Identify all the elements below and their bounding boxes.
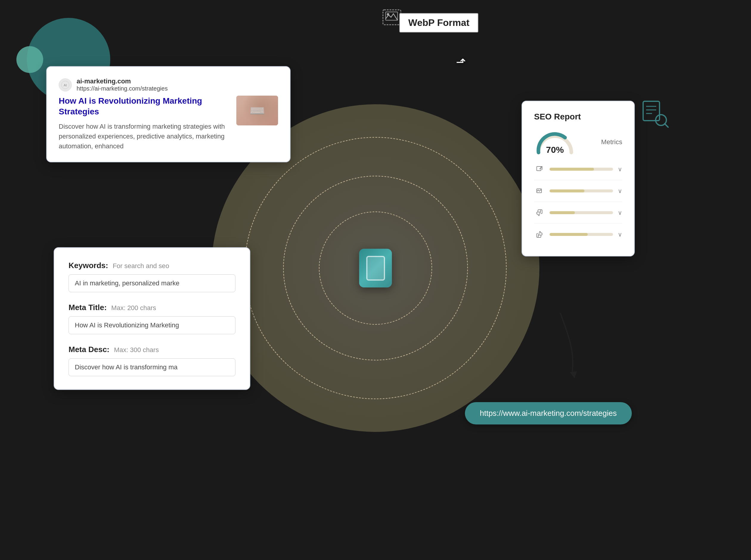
thumbs-up-icon xyxy=(534,229,545,240)
search-card-body: How AI is Revolutionizing Marketing Stra… xyxy=(59,96,278,151)
document-search-icon xyxy=(641,100,671,131)
seo-metric-row-1[interactable]: ∨ xyxy=(534,164,622,180)
keywords-sublabel-text: For search and seo xyxy=(113,262,169,269)
thumbs-down-icon xyxy=(534,207,545,218)
image-icon xyxy=(534,185,545,196)
meta-desc-input[interactable] xyxy=(68,358,235,376)
svg-marker-14 xyxy=(570,371,577,378)
chevron-down-icon-1[interactable]: ∨ xyxy=(618,166,622,173)
search-title: How AI is Revolutionizing Marketing Stra… xyxy=(59,96,229,117)
site-url: https://ai-marketing.com/strategies xyxy=(77,85,168,92)
chevron-down-icon-4[interactable]: ∨ xyxy=(618,231,622,238)
site-info: ai-marketing.com https://ai-marketing.co… xyxy=(77,77,168,92)
scene: WebP Format ⬏ AI ai-marketing.co xyxy=(0,0,751,560)
seo-title: SEO Report xyxy=(534,112,622,122)
seo-report-card: SEO Report 70% Metrics xyxy=(521,101,635,257)
site-favicon-icon: AI xyxy=(59,78,72,92)
metric-bar-fill-3 xyxy=(550,211,575,214)
seo-gauge-row: 70% Metrics xyxy=(534,129,622,156)
seo-gauge: 70% xyxy=(534,129,576,156)
webp-format-text: WebP Format xyxy=(408,17,469,28)
meta-desc-sublabel-text: Max: 300 chars xyxy=(114,346,159,354)
external-link-icon xyxy=(534,164,545,175)
meta-desc-label: Meta Desc: Max: 300 chars xyxy=(68,345,235,354)
svg-rect-3 xyxy=(643,101,659,121)
seo-metrics-label: Metrics xyxy=(601,138,622,146)
metric-bar-fill-2 xyxy=(550,189,585,193)
webp-format-label: WebP Format xyxy=(399,13,478,33)
seo-metric-row-4[interactable]: ∨ xyxy=(534,229,622,245)
metric-bar-3 xyxy=(550,211,613,214)
metric-bar-2 xyxy=(550,189,613,193)
chevron-down-icon-2[interactable]: ∨ xyxy=(618,187,622,195)
keywords-field-group: Keywords: For search and seo xyxy=(68,261,235,292)
svg-text:AI: AI xyxy=(64,83,67,87)
meta-desc-field-group: Meta Desc: Max: 300 chars xyxy=(68,345,235,376)
chevron-down-icon-3[interactable]: ∨ xyxy=(618,209,622,216)
center-page-icon xyxy=(359,249,392,287)
search-thumbnail: ⌨️ xyxy=(236,96,278,125)
meta-title-label: Meta Title: Max: 200 chars xyxy=(68,303,235,312)
search-card-header: AI ai-marketing.com https://ai-marketing… xyxy=(59,77,278,92)
keywords-input[interactable] xyxy=(68,274,235,292)
metric-bar-fill-4 xyxy=(550,233,588,236)
url-pill: https://www.ai-marketing.com/strategies xyxy=(465,402,632,424)
metric-bar-fill-1 xyxy=(550,168,594,171)
search-card-text: How AI is Revolutionizing Marketing Stra… xyxy=(59,96,229,151)
meta-title-input[interactable] xyxy=(68,316,235,334)
url-text: https://www.ai-marketing.com/strategies xyxy=(480,409,617,418)
gauge-percent-text: 70% xyxy=(546,145,564,155)
seo-metric-row-2[interactable]: ∨ xyxy=(534,185,622,202)
svg-line-8 xyxy=(665,124,668,127)
keywords-label-text: Keywords: xyxy=(68,261,108,270)
metric-bar-4 xyxy=(550,233,613,236)
cursor-arrow-icon: ⬏ xyxy=(456,55,466,69)
blob-small xyxy=(16,46,43,73)
keywords-card: Keywords: For search and seo Meta Title:… xyxy=(54,247,250,390)
meta-title-label-text: Meta Title: xyxy=(68,303,107,312)
search-result-card: AI ai-marketing.com https://ai-marketing… xyxy=(46,66,291,162)
search-description: Discover how AI is transforming marketin… xyxy=(59,122,229,151)
metric-bar-1 xyxy=(550,168,613,171)
arrow-svg xyxy=(536,313,596,396)
meta-desc-label-text: Meta Desc: xyxy=(68,345,110,354)
seo-metric-row-3[interactable]: ∨ xyxy=(534,207,622,224)
meta-title-field-group: Meta Title: Max: 200 chars xyxy=(68,303,235,334)
site-name: ai-marketing.com xyxy=(77,77,168,85)
keywords-label: Keywords: For search and seo xyxy=(68,261,235,270)
meta-title-sublabel-text: Max: 200 chars xyxy=(111,304,156,312)
